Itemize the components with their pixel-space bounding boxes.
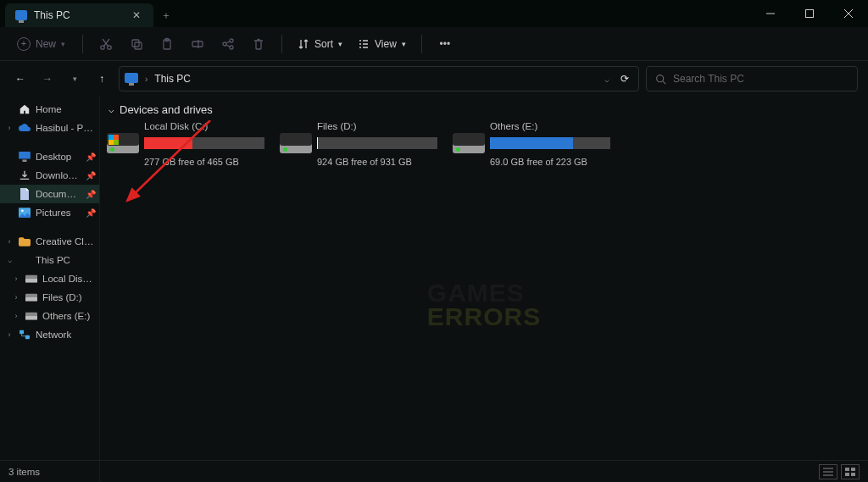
chevron-right-icon[interactable]: › (5, 330, 14, 339)
sidebar-item-drive-c[interactable]: › Local Disk (C:) (0, 269, 99, 288)
chevron-right-icon[interactable]: › (12, 293, 20, 302)
search-input[interactable]: Search This PC (646, 66, 858, 91)
chevron-down-icon: ▾ (61, 40, 65, 48)
paste-icon[interactable] (153, 32, 181, 56)
this-pc-icon (19, 254, 31, 266)
minimize-button[interactable] (751, 0, 790, 27)
svg-point-13 (230, 39, 233, 42)
address-bar[interactable]: › This PC ⌵ ⟳ (119, 66, 639, 91)
chevron-down-icon: ⌵ (108, 104, 114, 115)
plus-icon: + (17, 37, 31, 51)
drive-icon (25, 273, 37, 285)
drive-icon (107, 133, 139, 153)
drive-item[interactable]: Files (D:)924 GB free of 931 GB (280, 121, 437, 167)
more-icon[interactable]: ••• (431, 32, 459, 56)
capacity-bar (317, 137, 437, 149)
view-button[interactable]: View ▾ (351, 35, 413, 53)
new-button[interactable]: + New ▾ (8, 34, 74, 54)
svg-rect-7 (135, 42, 142, 49)
new-tab-button[interactable]: ＋ (153, 3, 179, 27)
chevron-right-icon[interactable]: › (5, 237, 14, 246)
drive-free-text: 277 GB free of 465 GB (144, 157, 264, 167)
drive-item[interactable]: Others (E:)69.0 GB free of 223 GB (453, 121, 610, 167)
sidebar-item-network[interactable]: › Network (0, 325, 99, 344)
sidebar-item-pictures[interactable]: Pictures 📌 (0, 203, 99, 222)
svg-rect-33 (851, 473, 855, 476)
tiles-view-button[interactable] (841, 464, 860, 479)
drive-item[interactable]: Local Disk (C:)277 GB free of 465 GB (107, 121, 264, 167)
tab-title: This PC (34, 9, 123, 21)
share-icon[interactable] (214, 32, 242, 56)
item-count: 3 items (8, 467, 40, 477)
svg-rect-22 (25, 279, 37, 282)
svg-rect-27 (19, 330, 24, 334)
close-window-button[interactable] (829, 0, 868, 27)
group-header[interactable]: ⌵ Devices and drives (107, 102, 868, 121)
watermark: GAMES ERRORS (427, 280, 541, 329)
drive-label: Others (E:) (490, 121, 610, 131)
sidebar-item-onedrive[interactable]: › Hasibul - Personal (0, 119, 99, 137)
search-icon (655, 74, 666, 85)
cloud-icon (19, 122, 31, 134)
breadcrumb-location[interactable]: This PC (154, 73, 191, 85)
this-pc-icon (125, 73, 138, 83)
pictures-icon (19, 207, 31, 219)
pin-icon[interactable]: 📌 (86, 171, 96, 180)
sidebar-item-desktop[interactable]: Desktop 📌 (0, 147, 99, 166)
home-icon (19, 103, 31, 115)
svg-rect-31 (851, 468, 855, 471)
chevron-right-icon[interactable]: › (12, 274, 20, 283)
chevron-down-icon: ▾ (338, 40, 342, 48)
svg-point-20 (21, 210, 24, 213)
folder-icon (19, 235, 31, 247)
rename-icon[interactable] (183, 32, 212, 56)
sidebar-item-drive-d[interactable]: › Files (D:) (0, 288, 99, 307)
svg-rect-32 (845, 473, 849, 476)
tab-this-pc[interactable]: This PC ✕ (5, 3, 153, 27)
forward-button[interactable]: → (37, 69, 58, 89)
desktop-icon (19, 151, 31, 163)
chevron-down-icon[interactable]: ⌵ (5, 256, 14, 264)
delete-icon[interactable] (244, 32, 273, 56)
close-tab-icon[interactable]: ✕ (130, 8, 143, 22)
drive-icon (280, 133, 312, 153)
details-view-button[interactable] (819, 464, 837, 479)
refresh-button[interactable]: ⟳ (616, 69, 633, 89)
drive-label: Files (D:) (317, 121, 437, 131)
sort-button[interactable]: Sort ▾ (291, 35, 349, 53)
this-pc-icon (15, 10, 27, 20)
svg-line-16 (663, 80, 665, 83)
pin-icon[interactable]: 📌 (86, 152, 96, 162)
sidebar-item-documents[interactable]: Documents 📌 (0, 185, 99, 203)
maximize-button[interactable] (790, 0, 829, 27)
back-button[interactable]: ← (10, 69, 31, 89)
sidebar-item-this-pc[interactable]: ⌵ This PC (0, 251, 99, 269)
sidebar-item-creative-cloud[interactable]: › Creative Cloud Files (0, 232, 99, 251)
svg-rect-24 (25, 297, 37, 301)
pin-icon[interactable]: 📌 (86, 190, 96, 199)
chevron-right-icon[interactable]: › (12, 312, 20, 320)
chevron-down-icon[interactable]: ⌵ (604, 75, 609, 84)
drive-icon (453, 133, 485, 153)
sort-icon (298, 38, 309, 50)
download-icon (19, 169, 31, 181)
svg-rect-18 (22, 159, 26, 162)
drive-free-text: 924 GB free of 931 GB (317, 157, 437, 167)
capacity-bar (144, 137, 264, 149)
drive-free-text: 69.0 GB free of 223 GB (490, 157, 610, 167)
sidebar-item-home[interactable]: Home (0, 100, 99, 119)
search-placeholder: Search This PC (673, 73, 744, 85)
sidebar-item-downloads[interactable]: Downloads 📌 (0, 166, 99, 185)
chevron-right-icon[interactable]: › (5, 124, 14, 132)
pin-icon[interactable]: 📌 (86, 208, 96, 218)
address-row: ← → ▾ ↑ › This PC ⌵ ⟳ Search This PC (0, 61, 868, 97)
status-bar: 3 items (0, 460, 868, 482)
sidebar-item-drive-e[interactable]: › Others (E:) (0, 307, 99, 325)
cut-icon[interactable] (92, 32, 120, 56)
drive-icon (25, 291, 37, 303)
copy-icon[interactable] (122, 32, 151, 56)
up-button[interactable]: ↑ (92, 69, 112, 89)
chevron-down-icon: ▾ (402, 40, 406, 48)
recent-dropdown[interactable]: ▾ (64, 69, 85, 89)
svg-point-14 (230, 46, 233, 49)
